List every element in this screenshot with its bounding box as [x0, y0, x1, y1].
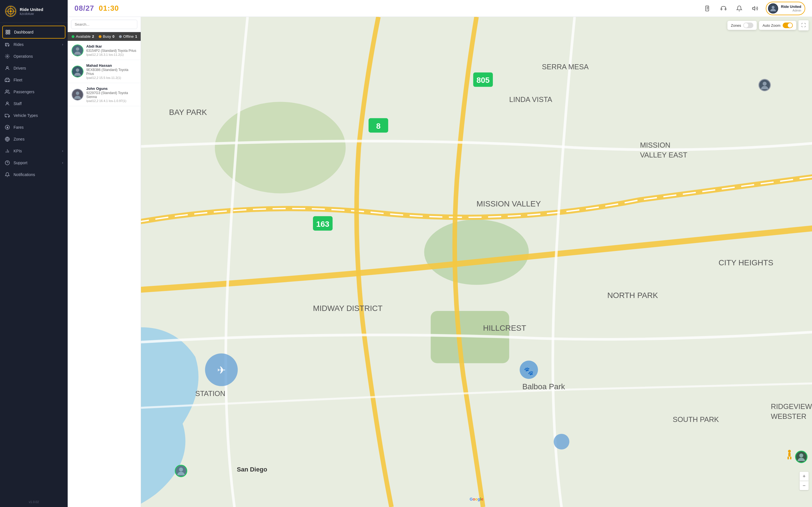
header: 08/27 01:30 [68, 0, 812, 17]
search-box [68, 17, 141, 32]
sidebar-label-passengers: Passengers [13, 90, 63, 94]
zones-toggle[interactable] [743, 22, 753, 28]
zoom-out-button[interactable]: − [800, 481, 809, 490]
sidebar-item-staff[interactable]: Staff [0, 98, 68, 110]
svg-text:WEBSTER: WEBSTER [771, 412, 806, 420]
map-svg: 805 8 163 BAY PARK LINDA VISTA SERRA MES… [141, 17, 812, 507]
search-input[interactable] [71, 20, 137, 29]
nav-arrow-support: › [62, 161, 63, 165]
person-pin [786, 450, 793, 460]
list-item[interactable]: Mahad Hassan 9EXB386 (Standard) Toyota P… [68, 60, 141, 83]
sidebar-item-dashboard[interactable]: Dashboard [2, 25, 65, 39]
profile-button[interactable]: Ride United Admin [766, 2, 805, 15]
offline-label: Offline [123, 34, 134, 39]
svg-marker-33 [753, 6, 755, 10]
driver-plate: 63154P2 (Standard) Toyota Prius [86, 49, 136, 53]
main-content: 08/27 01:30 [68, 0, 812, 507]
bell-icon-button[interactable] [734, 3, 744, 13]
auto-zoom-toggle-group: Auto Zoom [759, 21, 796, 30]
svg-text:Balboa Park: Balboa Park [522, 382, 565, 391]
sidebar-item-passengers[interactable]: Passengers [0, 86, 68, 98]
available-dot [71, 35, 74, 38]
available-label: Available [76, 34, 91, 39]
speaker-icon-button[interactable] [750, 3, 760, 13]
document-icon-button[interactable] [703, 3, 713, 13]
svg-point-79 [788, 450, 791, 453]
svg-text:BAY PARK: BAY PARK [169, 108, 207, 117]
support-icon [4, 160, 10, 166]
driver-meta: Ipad12,2 16.3.1 Ios-11.2(1) [86, 53, 136, 56]
status-available: Available 2 [71, 34, 94, 39]
status-busy: Busy 0 [99, 34, 114, 39]
sidebar-item-fleet[interactable]: Fleet [0, 74, 68, 86]
list-item[interactable]: Abdi Ikar 63154P2 (Standard) Toyota Priu… [68, 41, 141, 60]
svg-point-35 [772, 6, 774, 9]
svg-point-19 [8, 116, 9, 117]
svg-text:LINDA VISTA: LINDA VISTA [509, 96, 552, 103]
map-zoom-controls: + − [800, 472, 809, 490]
header-icons: Ride United Admin [703, 2, 805, 15]
svg-text:RIDGEVIEW/: RIDGEVIEW/ [771, 402, 812, 410]
svg-rect-81 [788, 457, 789, 459]
svg-point-41 [76, 92, 79, 95]
sidebar-label-zones: Zones [13, 137, 63, 142]
operations-icon [4, 54, 10, 59]
sidebar-item-kpis[interactable]: KPIs › [0, 145, 68, 157]
driver-avatar-image [72, 89, 83, 100]
svg-text:VALLEY EAST: VALLEY EAST [640, 151, 688, 159]
date-display: 08/27 [74, 4, 94, 12]
sidebar-item-notifications[interactable]: Notifications [0, 169, 68, 180]
version-label: v1.0.02 [0, 497, 68, 507]
staff-icon [4, 101, 10, 107]
svg-point-12 [6, 66, 8, 68]
driver-avatar [71, 66, 84, 77]
datetime-display: 08/27 01:30 [74, 4, 119, 13]
sidebar-item-fares[interactable]: Fares [0, 121, 68, 133]
sidebar-item-vehicle-types[interactable]: Vehicle Types [0, 110, 68, 121]
avatar-icon [769, 4, 777, 13]
driver-avatar-image [72, 66, 83, 77]
sidebar-navigation: Dashboard Rides › Operations Drivers Fle… [0, 23, 68, 497]
sidebar-item-support[interactable]: Support › [0, 157, 68, 169]
sidebar-item-drivers[interactable]: Drivers [0, 62, 68, 74]
driver-plate: 9EXB386 (Standard) Toyota Prius [86, 68, 137, 76]
nav-arrow-kpis: › [62, 149, 63, 153]
svg-rect-7 [6, 33, 7, 34]
fullscreen-button[interactable]: ⛶ [799, 20, 809, 31]
sidebar-label-fleet: Fleet [13, 78, 63, 82]
svg-rect-82 [790, 457, 792, 459]
svg-text:SERRA MESA: SERRA MESA [542, 63, 589, 71]
zoom-in-button[interactable]: + [800, 472, 809, 481]
profile-role: Admin [781, 9, 801, 12]
svg-rect-32 [725, 8, 726, 10]
list-item[interactable]: John Oguns 92297G3 (Standard) Toyota Sie… [68, 83, 141, 106]
logo-icon [5, 6, 16, 17]
svg-rect-13 [5, 79, 10, 82]
sidebar-item-rides[interactable]: Rides › [0, 39, 68, 50]
svg-point-74 [179, 467, 183, 471]
auto-zoom-toggle[interactable] [783, 22, 793, 28]
map-background: 805 8 163 BAY PARK LINDA VISTA SERRA MES… [141, 17, 812, 507]
svg-point-18 [6, 116, 6, 117]
sidebar-item-zones[interactable]: Zones [0, 133, 68, 145]
sidebar: Ride United kzcdotuw Dashboard Rides › O… [0, 0, 68, 507]
driver-avatar [71, 45, 84, 56]
headset-icon-button[interactable] [718, 3, 728, 13]
svg-text:CITY HEIGHTS: CITY HEIGHTS [718, 258, 773, 267]
svg-point-4 [10, 10, 11, 12]
sidebar-item-operations[interactable]: Operations [0, 50, 68, 62]
svg-text:NORTH PARK: NORTH PARK [607, 291, 658, 300]
driver-avatar-image [72, 45, 83, 56]
svg-point-16 [6, 90, 8, 92]
svg-point-72 [554, 434, 569, 450]
svg-text:MIDWAY DISTRICT: MIDWAY DISTRICT [313, 304, 383, 313]
fares-icon [4, 124, 10, 130]
google-logo: Google [470, 497, 483, 501]
profile-name: Ride United [781, 4, 801, 9]
sidebar-label-support: Support [13, 161, 59, 165]
svg-point-9 [6, 45, 7, 46]
svg-text:STATION: STATION [195, 390, 225, 397]
driver-list: Abdi Ikar 63154P2 (Standard) Toyota Priu… [68, 41, 141, 507]
svg-rect-31 [721, 8, 722, 10]
nav-arrow-rides: › [62, 43, 63, 47]
